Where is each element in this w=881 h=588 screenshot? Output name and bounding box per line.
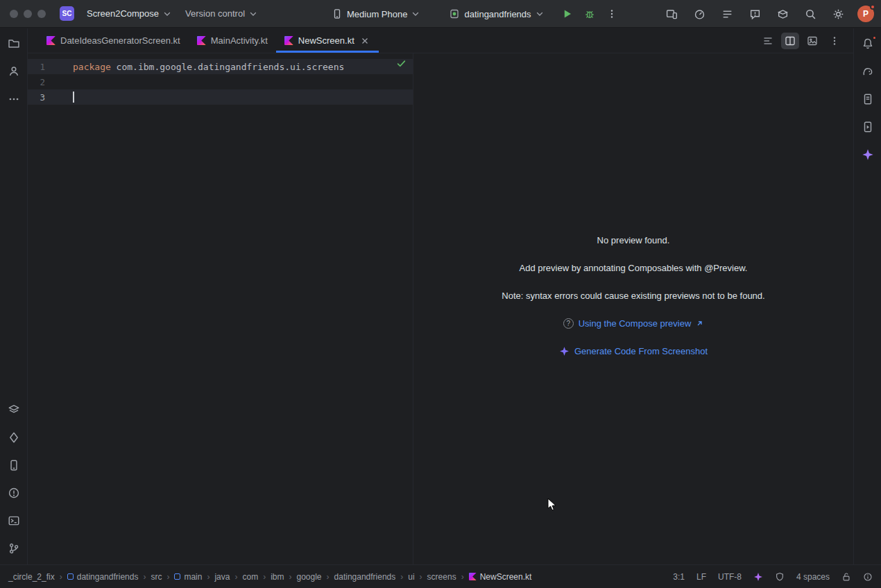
emulator-tool-button[interactable] (859, 119, 877, 135)
settings-button[interactable] (830, 6, 846, 22)
cursor-position-widget[interactable]: 3:1 (673, 572, 685, 582)
breadcrumb-separator: › (420, 572, 422, 582)
breadcrumb-item[interactable]: datingandfriends (67, 572, 139, 582)
breadcrumb-item[interactable]: ibm (271, 572, 284, 582)
help-link-label: Using the Compose preview (579, 318, 692, 329)
line-number[interactable]: 1 (28, 62, 73, 72)
breadcrumb-separator: › (166, 572, 169, 582)
breadcrumb-item[interactable]: src (151, 572, 162, 582)
build-variants-tool-button[interactable] (5, 401, 23, 418)
app-insights-button[interactable] (746, 6, 763, 22)
device-explorer-icon (862, 93, 874, 105)
line-number[interactable]: 2 (28, 77, 73, 87)
code-row: 2 (28, 74, 413, 89)
code-row: 1 package com.ibm.google.datingandfriend… (28, 59, 413, 74)
split-view-button[interactable] (781, 33, 799, 49)
device-explorer-tool-button[interactable] (859, 91, 877, 107)
notifications-tool-button[interactable] (859, 35, 877, 52)
breadcrumb-item[interactable]: _circle_2_fix (8, 572, 55, 582)
device-manager-tool-button[interactable] (5, 457, 23, 474)
left-toolbar (0, 28, 28, 564)
avatar[interactable]: P (857, 6, 874, 22)
tab-label: DateIdeasGeneratorScreen.kt (60, 35, 180, 46)
emulator-icon (862, 121, 874, 133)
collaboration-tool-button[interactable] (5, 63, 23, 80)
version-control-selector[interactable]: Version control (180, 6, 263, 21)
more-actions-button[interactable] (604, 6, 620, 22)
breadcrumb-item[interactable]: datingandfriends (334, 572, 396, 582)
preview-message: No preview found. Add preview by annotat… (413, 235, 853, 374)
chevron-down-icon (249, 10, 257, 18)
editor-options-button[interactable] (826, 33, 844, 49)
kotlin-file-icon (284, 36, 293, 45)
breadcrumb-item[interactable]: java (214, 572, 230, 582)
more-tool-windows-button[interactable] (5, 91, 23, 107)
zoom-button[interactable] (37, 10, 46, 18)
tab-dateideasgeneratorscreen[interactable]: DateIdeasGeneratorScreen.kt (38, 28, 189, 53)
running-devices-button[interactable] (663, 6, 680, 22)
indent-widget[interactable]: 4 spaces (796, 572, 830, 582)
running-devices-icon (666, 8, 678, 20)
phone-icon (332, 8, 343, 19)
gradle-tool-button[interactable] (859, 63, 877, 80)
close-tab-icon[interactable] (359, 35, 370, 46)
line-separator-widget[interactable]: LF (696, 572, 706, 582)
gemini-spark-icon (862, 148, 874, 161)
breadcrumbs: _circle_2_fix › datingandfriends › src ›… (8, 572, 531, 582)
more-vertical-icon (606, 8, 617, 19)
device-selector[interactable]: Medium Phone (326, 6, 425, 22)
terminal-tool-button[interactable] (5, 512, 23, 529)
breadcrumb-item-current-file[interactable]: NewScreen.kt (469, 572, 532, 582)
kotlin-file-icon (46, 36, 55, 45)
status-widgets: 3:1 LF UTF-8 4 spaces (673, 572, 873, 582)
kotlin-file-icon (469, 573, 477, 580)
editor-region: DateIdeasGeneratorScreen.kt MainActivity… (28, 28, 853, 564)
readonly-widget[interactable] (841, 572, 851, 582)
search-icon (805, 8, 816, 20)
line-number[interactable]: 3 (28, 92, 73, 103)
encoding-widget[interactable]: UTF-8 (718, 572, 742, 582)
trusted-project-widget[interactable] (775, 572, 785, 582)
breadcrumb-separator: › (60, 572, 62, 582)
debug-button[interactable] (581, 6, 598, 22)
logcat-button[interactable] (719, 6, 735, 22)
close-button[interactable] (10, 10, 18, 18)
breadcrumb-item[interactable]: google (296, 572, 321, 582)
search-button[interactable] (802, 6, 819, 22)
inspection-status-widget[interactable] (396, 58, 407, 69)
breadcrumb-item[interactable]: ui (408, 572, 414, 582)
run-button[interactable] (559, 6, 576, 22)
chevron-down-icon (411, 10, 420, 18)
generate-code-from-screenshot-link[interactable]: Generate Code From Screenshot (413, 346, 853, 356)
breadcrumb-item[interactable]: com (242, 572, 258, 582)
compose-preview-help-link[interactable]: Using the Compose preview (413, 318, 853, 329)
preview-note: Note: syntax errors could cause existing… (413, 291, 853, 301)
run-config-selector[interactable]: datingandfriends (443, 6, 549, 22)
tab-newscreen[interactable]: NewScreen.kt (276, 28, 379, 53)
sdk-manager-button[interactable] (774, 6, 791, 22)
project-tool-button[interactable] (5, 35, 23, 52)
profiler-button[interactable] (691, 6, 708, 22)
preview-hint: Add preview by annotating Composables wi… (413, 263, 853, 273)
gemini-status-widget[interactable] (753, 572, 763, 582)
resource-manager-tool-button[interactable] (5, 429, 23, 446)
text-caret (73, 92, 74, 103)
app-logo-text: SC (62, 10, 72, 17)
gemini-tool-button[interactable] (859, 146, 877, 163)
tab-mainactivity[interactable]: MainActivity.kt (189, 28, 276, 53)
breadcrumb-separator: › (289, 572, 291, 582)
code-row-current: 3 (28, 89, 413, 105)
info-widget[interactable] (863, 572, 873, 582)
design-view-button[interactable] (803, 33, 821, 49)
project-selector[interactable]: Screen2Compose (81, 6, 177, 21)
breadcrumb-item[interactable]: main (174, 572, 202, 582)
version-control-tool-button[interactable] (5, 540, 23, 557)
keyword-token: package (73, 62, 111, 72)
code-view-button[interactable] (759, 33, 777, 49)
minimize-button[interactable] (24, 10, 32, 18)
problems-tool-button[interactable] (5, 485, 23, 501)
breadcrumb-item[interactable]: screens (427, 572, 456, 582)
code-editor[interactable]: 1 package com.ibm.google.datingandfriend… (28, 53, 413, 564)
help-icon (563, 318, 574, 329)
breadcrumb-separator: › (207, 572, 209, 582)
